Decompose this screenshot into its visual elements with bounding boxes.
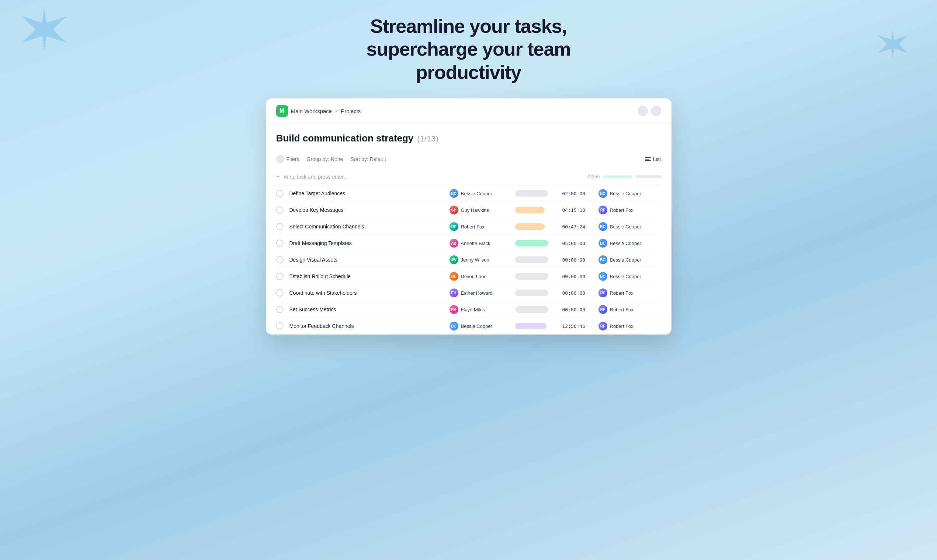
task-checkbox[interactable] (276, 240, 284, 247)
task-input-left: + Write task and press enter... (276, 173, 348, 180)
assignee-name: Guy Hawkins (461, 208, 489, 213)
task-tag (515, 289, 548, 296)
assignee: BC Bessie Cooper (449, 322, 512, 331)
reviewer-name: Bessie Cooper (610, 274, 641, 279)
task-name: Develop Key Messages (289, 207, 446, 213)
assignee: FM Floyd Miles (449, 305, 512, 314)
breadcrumb: M Main Workspace > Projects (276, 105, 361, 117)
task-checkbox[interactable] (276, 256, 284, 263)
assignee-name: Bessie Cooper (461, 323, 492, 329)
reviewer-avatar: RF (599, 305, 607, 314)
filter-button[interactable]: Fiters (276, 155, 299, 163)
assignee-name: Esther Howard (461, 290, 492, 296)
avatar: AB (449, 239, 458, 248)
reviewer-name: Robert Fox (610, 307, 633, 312)
filter-circle (276, 155, 284, 163)
task-time: 04:15:13 (562, 208, 596, 213)
reviewer-name: Robert Fox (610, 323, 633, 329)
task-checkbox[interactable] (276, 272, 284, 280)
task-input-placeholder[interactable]: Write task and press enter... (284, 174, 348, 180)
reviewer: RF Robert Fox (599, 206, 661, 214)
reviewer-avatar: BC (599, 222, 607, 231)
reviewer-name: Bessie Cooper (610, 191, 641, 196)
page-count: (1/13) (417, 134, 438, 144)
assignee-name: Bessie Cooper (461, 191, 492, 196)
task-checkbox[interactable] (276, 190, 284, 197)
sort-by-button[interactable]: Sort by: Default (350, 156, 386, 162)
avatar: GH (449, 206, 458, 214)
header-btn-1[interactable] (638, 106, 648, 116)
task-time: 05:00:00 (562, 241, 596, 246)
app-window: M Main Workspace > Projects Build commun… (266, 98, 671, 334)
assignee-name: Annette Black (461, 241, 491, 246)
assignee: AB Annette Black (449, 239, 512, 248)
reviewer-avatar: BC (599, 255, 607, 264)
add-task-plus[interactable]: + (276, 173, 280, 180)
task-time: 00:00:00 (562, 307, 596, 312)
page-title-row: Build communication strategy (1/13) (276, 132, 661, 144)
assignee: RF Robert Fox (449, 222, 512, 231)
toolbar-left: Fiters Group by: None Sort by: Default (276, 155, 386, 163)
task-name: Draft Messaging Templates (289, 240, 446, 246)
avatar: JW (449, 255, 458, 264)
header-btn-2[interactable] (651, 106, 661, 116)
breadcrumb-separator: > (335, 108, 338, 114)
reviewer-avatar: BC (599, 239, 607, 248)
progress-text: 0/255 (588, 174, 600, 179)
task-row[interactable]: Design Visual Assets JW Jenny Wilson 00:… (276, 252, 661, 268)
task-tag (515, 306, 548, 313)
progress-bar-green (603, 175, 633, 178)
assignee-name: Floyd Miles (461, 307, 485, 312)
task-row[interactable]: Monitor Feedback Channels BC Bessie Coop… (276, 318, 661, 334)
task-time: 02:00:00 (562, 191, 596, 196)
reviewer-name: Bessie Cooper (610, 224, 641, 229)
reviewer: BC Bessie Cooper (599, 272, 661, 281)
task-tag (515, 273, 548, 280)
task-name: Set Success Metrics (289, 306, 446, 312)
assignee: BC Bessie Cooper (449, 189, 512, 198)
task-tag (515, 207, 545, 213)
task-tag (515, 223, 545, 230)
task-name: Coordinate with Stakeholders (289, 290, 446, 296)
task-tag (515, 257, 548, 263)
assignee: GH Guy Hawkins (449, 206, 512, 214)
task-row[interactable]: Coordinate with Stakeholders EH Esther H… (276, 285, 661, 302)
task-checkbox[interactable] (276, 206, 284, 214)
reviewer-avatar: RF (599, 288, 607, 297)
window-header: M Main Workspace > Projects (266, 98, 671, 124)
avatar: BC (449, 322, 458, 331)
reviewer-avatar: BC (599, 189, 607, 198)
avatar: FM (449, 305, 458, 314)
avatar: RF (449, 222, 458, 231)
main-content: Build communication strategy (1/13) Fite… (266, 124, 671, 334)
task-row[interactable]: Set Success Metrics FM Floyd Miles 00:00… (276, 302, 661, 318)
task-row[interactable]: Draft Messaging Templates AB Annette Bla… (276, 235, 661, 252)
task-time: 00:47:24 (562, 224, 596, 229)
avatar: BC (449, 189, 458, 198)
task-time: 00:00:00 (562, 257, 596, 263)
task-name: Select Communication Channels (289, 224, 446, 229)
task-tag (515, 190, 548, 197)
workspace-name: Main Workspace (291, 108, 332, 114)
task-tag (515, 240, 548, 246)
task-checkbox[interactable] (276, 289, 284, 297)
task-row[interactable]: Establish Rollout Schedule DL Devon Lane… (276, 268, 661, 285)
task-input-row: + Write task and press enter... 0/255 (276, 168, 661, 185)
task-input-right: 0/255 (588, 174, 661, 179)
page-title: Build communication strategy (276, 132, 414, 144)
task-checkbox[interactable] (276, 306, 284, 313)
breadcrumb-projects: Projects (341, 108, 361, 114)
task-row[interactable]: Select Communication Channels RF Robert … (276, 218, 661, 235)
task-row[interactable]: Develop Key Messages GH Guy Hawkins 04:1… (276, 202, 661, 218)
list-view-icon[interactable] (645, 157, 651, 161)
header-actions (638, 106, 661, 116)
assignee: DL Devon Lane (449, 272, 512, 281)
toolbar-right[interactable]: List (645, 156, 661, 162)
reviewer-name: Robert Fox (610, 208, 633, 213)
task-name: Establish Rollout Schedule (289, 273, 446, 279)
task-checkbox[interactable] (276, 322, 284, 330)
assignee: EH Esther Howard (449, 288, 512, 297)
group-by-button[interactable]: Group by: None (307, 156, 343, 162)
task-checkbox[interactable] (276, 223, 284, 230)
task-row[interactable]: Define Target Audiences BC Bessie Cooper… (276, 185, 661, 202)
